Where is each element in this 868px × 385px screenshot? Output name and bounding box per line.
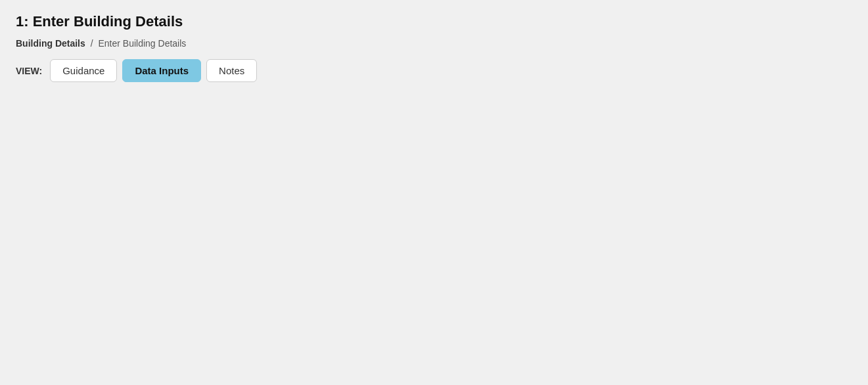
view-btn-guidance[interactable]: Guidance <box>50 59 117 82</box>
view-btn-data-inputs[interactable]: Data Inputs <box>122 59 201 82</box>
view-btn-notes[interactable]: Notes <box>206 59 257 82</box>
breadcrumb-bold: Building Details <box>16 38 85 49</box>
breadcrumb-separator: / <box>91 38 93 49</box>
page-title: 1: Enter Building Details <box>16 13 852 30</box>
breadcrumb: Building Details / Enter Building Detail… <box>16 38 852 49</box>
view-bar: VIEW: Guidance Data Inputs Notes <box>16 59 852 82</box>
view-label: VIEW: <box>16 66 42 76</box>
breadcrumb-link: Enter Building Details <box>98 38 186 49</box>
